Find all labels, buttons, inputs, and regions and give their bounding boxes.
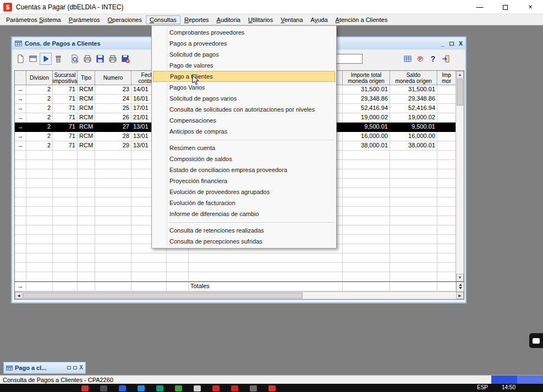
menu-item-evolucion-de-facturacion[interactable]: Evolución de facturacion [152, 197, 336, 208]
chat-bubble-icon[interactable] [529, 333, 543, 348]
grid-cell-saldo [390, 253, 437, 263]
grid-header-numero[interactable]: Numero [95, 71, 131, 85]
vertical-scrollbar[interactable]: ▲ ▼ [456, 71, 464, 281]
menu-item-pagos-a-proveedores[interactable]: Pagos a proveedores [152, 38, 336, 49]
menu-item-proyeccion-financiera[interactable]: Proyección financiera [152, 175, 336, 186]
grid-cell-saldo [390, 207, 437, 216]
print-button[interactable] [81, 53, 94, 65]
close-button[interactable]: × [518, 0, 543, 14]
totals-spinner[interactable] [456, 282, 464, 291]
menu-item-evolucion-de-proveedores-agrupados[interactable]: Evolución de proveedores agrupados [152, 186, 336, 197]
vertical-scroll-thumb[interactable] [457, 79, 463, 106]
menu-item-compensaciones[interactable]: Compensaciones [152, 115, 336, 126]
child-minimize-button[interactable]: _ [441, 40, 445, 47]
menu-item-comprobantes-proveedores[interactable]: Comprobantes proveedores [152, 27, 336, 38]
clock[interactable]: 14:50 [502, 384, 515, 390]
horizontal-scroll-thumb[interactable] [23, 292, 303, 299]
taskbar-app-icon[interactable] [231, 385, 238, 391]
scroll-up-icon[interactable]: ▲ [456, 71, 464, 79]
horizontal-scrollbar[interactable]: ◀ ▶ [15, 291, 464, 299]
menu-item-solicitud-de-pagos-varios[interactable]: Solicitud de pagos varios [152, 93, 336, 104]
mini-close-button[interactable]: X [79, 365, 83, 371]
grid-cell-sucursal [53, 188, 78, 197]
exit-button[interactable] [440, 53, 452, 65]
app-title: Cuentas a Pagar (dbELDIA - INTEC) [16, 3, 123, 11]
child-close-button[interactable]: X [459, 40, 463, 47]
grid-cell-imp2 [437, 179, 456, 188]
taskbar-app-icon[interactable] [194, 385, 201, 391]
grid-cell-tipo: RCM [78, 141, 95, 151]
minimize-button[interactable]: — [467, 0, 492, 14]
grid-cell-tipo [78, 151, 95, 160]
menu-item-pagos-varios[interactable]: Pagos Varios [152, 82, 336, 93]
maximize-button[interactable] [492, 0, 518, 14]
taskbar-app-icon[interactable] [156, 385, 163, 391]
grid-cell-importe [343, 179, 390, 188]
grid-header-imp2[interactable]: Impmor [437, 71, 456, 85]
grid-header-saldo[interactable]: Saldomoneda origen [390, 71, 437, 85]
menu-item-consulta-de-percepciones-sufridas[interactable]: Consulta de percepciones sufridas [152, 236, 336, 247]
menu-item-consulta-de-solicitudes-con-autorizaciones-por-niveles[interactable]: Consulta de solicitudes con autorizacion… [152, 104, 336, 115]
grid-header-sucursal[interactable]: Sucursalimpositiva [53, 71, 78, 85]
process-button[interactable]: ℗ [414, 53, 426, 65]
menubar-item-ventana[interactable]: Ventana [277, 15, 306, 24]
grid-cell-imp2 [437, 244, 456, 253]
menu-separator [152, 137, 336, 142]
child-restore-button[interactable] [449, 40, 454, 47]
preview-button[interactable] [69, 53, 81, 65]
run-query-icon [41, 54, 50, 63]
help-button[interactable]: ? [427, 53, 439, 65]
scroll-right-icon[interactable]: ▶ [456, 292, 464, 299]
taskbar-app-icon[interactable] [212, 385, 220, 391]
minimized-window-pago-a-clientes[interactable]: Pago a cl... X [3, 362, 86, 374]
save-button[interactable] [94, 53, 106, 65]
menu-item-estado-de-conciliacion-empresa-proveedora[interactable]: Estado de conciliacion empresa proveedor… [152, 164, 336, 175]
taskbar-app-icon[interactable] [119, 385, 126, 391]
open-form-button[interactable] [27, 53, 39, 65]
grid-header-division[interactable]: Division [26, 71, 53, 85]
menu-item-anticipos-de-compras[interactable]: Anticipos de compras [152, 126, 336, 137]
menubar-item-auditoria[interactable]: Auditoria [213, 15, 244, 24]
mini-restore-button[interactable] [67, 365, 71, 371]
menu-item-solicitud-de-pagos[interactable]: Solicitud de pagos [152, 49, 336, 60]
taskbar-app-icon[interactable] [268, 385, 276, 391]
language-indicator[interactable]: ESP [477, 384, 488, 390]
menu-item-consulta-de-retenciones-realizadas[interactable]: Consulta de retenciones realizadas [152, 225, 336, 236]
grid-cell-imp2 [437, 253, 456, 263]
totals-cell-tipo [78, 282, 95, 291]
menu-item-informe-de-diferencias-de-cambio[interactable]: Informe de diferencias de cambio [152, 208, 336, 219]
print-grid-button[interactable] [107, 53, 119, 65]
taskbar-app-icon[interactable] [100, 385, 107, 391]
menu-item-pago-de-valores[interactable]: Pago de valores [152, 60, 336, 71]
scroll-left-icon[interactable]: ◀ [15, 292, 23, 299]
grid-cell-division [26, 225, 53, 235]
run-query-button[interactable] [40, 53, 52, 65]
taskbar-app-icon[interactable] [250, 385, 257, 391]
scroll-down-icon[interactable]: ▼ [456, 274, 464, 281]
menu-item-composicion-de-saldos[interactable]: Composición de saldos [152, 153, 336, 164]
menubar-item-reportes[interactable]: Reportes [180, 15, 213, 24]
menubar-item-operaciones[interactable]: Operaciones [104, 15, 146, 24]
menubar-item-consultas[interactable]: Consultas [146, 15, 180, 24]
menubar-item-ayuda[interactable]: Ayuda [307, 15, 332, 24]
totals-cell-fecha [131, 282, 167, 291]
taskbar-app-icon[interactable] [81, 385, 89, 391]
grid-view-button[interactable] [402, 53, 414, 65]
menubar-item-parametros[interactable]: Parámetros [65, 15, 104, 24]
export-button[interactable] [119, 53, 131, 65]
menubar-item-atencion-a-clientes[interactable]: Atención a Clientes [332, 15, 392, 24]
delete-record-button[interactable] [52, 53, 64, 65]
taskbar-app-icon[interactable] [175, 385, 182, 391]
grid-header-marker[interactable] [15, 71, 26, 85]
status-text: Consulta de Pagos a Clientes - CPA2260 [3, 377, 113, 383]
menubar-item-utilitarios[interactable]: Utilitarios [244, 15, 277, 24]
menubar-item-parametros-sistema[interactable]: Parámetros Sistema [2, 15, 65, 24]
grid-header-tipo[interactable]: Tipo [78, 71, 95, 85]
grid-header-importe[interactable]: Importe totalmoneda origen [343, 71, 390, 85]
menu-item-pago-a-clientes[interactable]: Pago a Clientes [153, 71, 335, 82]
taskbar-app-icon[interactable] [138, 385, 145, 391]
menu-item-resumen-cuenta[interactable]: Resúmen cuenta [152, 142, 336, 153]
new-record-button[interactable] [14, 53, 26, 65]
mini-maximize-button[interactable] [73, 365, 77, 371]
app-titlebar: $ Cuentas a Pagar (dbELDIA - INTEC) — × [0, 0, 543, 14]
